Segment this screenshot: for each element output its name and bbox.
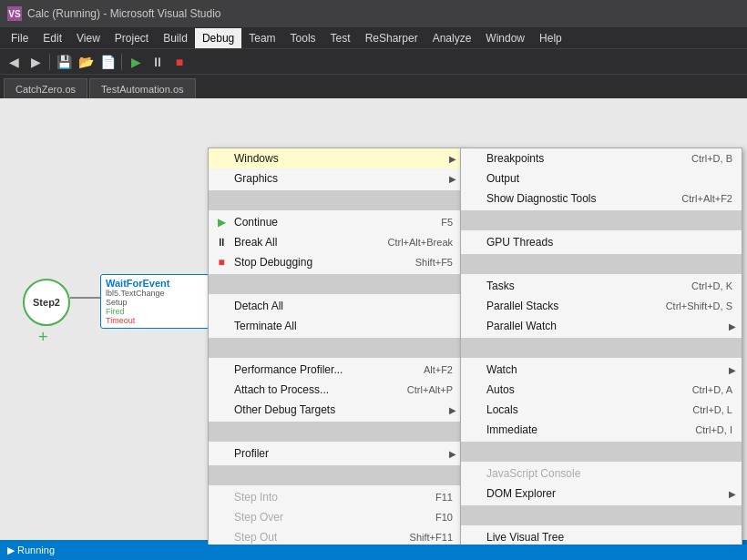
win-immediate[interactable]: Immediate Ctrl+D, I [461, 420, 742, 440]
debug-menu-detach[interactable]: Detach All [209, 296, 462, 316]
win-parallelstacks[interactable]: Parallel Stacks Ctrl+Shift+D, S [461, 296, 742, 316]
win-parallelstacks-shortcut: Ctrl+Shift+D, S [666, 300, 736, 311]
status-mode: ▶ Running [7, 545, 55, 556]
debug-sep2 [209, 274, 462, 294]
win-watch[interactable]: Watch ▶ [461, 360, 742, 380]
debug-menu-breakall[interactable]: ⏸ Break All Ctrl+Alt+Break [209, 232, 462, 252]
win-livevisualtree-label: Live Visual Tree [486, 531, 736, 544]
menu-edit[interactable]: Edit [36, 28, 69, 48]
menu-team[interactable]: Team [241, 28, 282, 48]
debug-graphics-arrow: ▶ [449, 174, 456, 184]
win-jsconsole-label: JavaScript Console [486, 467, 736, 480]
terminate-label: Terminate All [234, 320, 456, 332]
win-locals[interactable]: Locals Ctrl+D, L [461, 400, 742, 420]
stepover-shortcut: F10 [435, 512, 456, 523]
menu-project[interactable]: Project [107, 28, 156, 48]
debug-menu-stepover[interactable]: Step Over F10 [209, 507, 462, 527]
win-sep1 [461, 210, 742, 230]
win-sep3 [461, 338, 742, 358]
debug-menu-graphics[interactable]: Graphics ▶ [209, 168, 462, 188]
win-watch-arrow: ▶ [729, 365, 736, 375]
stepover-label: Step Over [234, 511, 435, 524]
win-tasks-shortcut: Ctrl+D, K [691, 280, 736, 291]
perf-shortcut: Alt+F2 [424, 364, 456, 375]
toolbar-forward[interactable]: ▶ [26, 52, 46, 72]
tab-testautomation-label: TestAutomation.os [101, 84, 184, 95]
debug-menu-perf[interactable]: Performance Profiler... Alt+F2 [209, 360, 462, 380]
toolbar-open[interactable]: 📂 [76, 52, 96, 72]
toolbar-save[interactable]: 💾 [54, 52, 74, 72]
debug-menu-othertargets[interactable]: Other Debug Targets ▶ [209, 400, 462, 420]
debug-windows-arrow: ▶ [449, 154, 456, 164]
debug-menu-profiler[interactable]: Profiler ▶ [209, 443, 462, 463]
stop-label: Stop Debugging [234, 256, 415, 269]
detach-label: Detach All [234, 300, 456, 312]
debug-menu-terminate[interactable]: Terminate All [209, 316, 462, 336]
win-livevisualtree[interactable]: Live Visual Tree [461, 527, 742, 545]
menu-debug[interactable]: Debug [195, 28, 241, 48]
tabs-bar: CatchZero.os TestAutomation.os [0, 75, 747, 98]
content-area: Step2 WaitForEvent lbl5.TextChange Setup… [0, 98, 747, 545]
toolbar-new[interactable]: 📄 [97, 52, 118, 72]
win-tasks[interactable]: Tasks Ctrl+D, K [461, 276, 742, 296]
debug-menu-stepinto[interactable]: Step Into F11 [209, 487, 462, 507]
vs-icon: VS [7, 6, 22, 21]
debug-sep4 [209, 422, 462, 442]
debug-menu-attach[interactable]: Attach to Process... Ctrl+Alt+P [209, 380, 462, 400]
win-output-label: Output [486, 172, 736, 185]
win-breakpoints[interactable]: Breakpoints Ctrl+D, B [461, 148, 742, 168]
win-autos[interactable]: Autos Ctrl+D, A [461, 380, 742, 400]
breakall-icon: ⏸ [212, 233, 230, 251]
win-domexplorer[interactable]: DOM Explorer ▶ [461, 484, 742, 504]
win-domexplorer-arrow: ▶ [729, 489, 736, 499]
toolbar-run[interactable]: ▶ [126, 52, 146, 72]
debug-sep1 [209, 190, 462, 210]
title-bar: VS Calc (Running) - Microsoft Visual Stu… [0, 0, 747, 27]
debug-menu-continue[interactable]: ▶ Continue F5 [209, 212, 462, 232]
win-gputhreads[interactable]: GPU Threads [461, 232, 742, 252]
menu-analyze[interactable]: Analyze [425, 28, 479, 48]
menu-build[interactable]: Build [156, 28, 195, 48]
win-parallelwatch[interactable]: Parallel Watch ▶ [461, 316, 742, 336]
debug-sep3 [209, 338, 462, 358]
win-parallelwatch-label: Parallel Watch [486, 320, 729, 332]
menu-tools[interactable]: Tools [283, 28, 323, 48]
win-locals-shortcut: Ctrl+D, L [692, 404, 736, 415]
stepout-label: Step Out [234, 531, 410, 544]
windows-submenu: Breakpoints Ctrl+D, B Output Show Diagno… [460, 148, 742, 545]
debug-menu-stop[interactable]: ■ Stop Debugging Shift+F5 [209, 252, 462, 272]
win-breakpoints-shortcut: Ctrl+D, B [691, 153, 736, 164]
win-tasks-label: Tasks [486, 280, 691, 292]
profiler-label: Profiler [234, 447, 449, 460]
breakall-shortcut: Ctrl+Alt+Break [387, 237, 456, 248]
debug-menu-windows[interactable]: Windows ▶ [209, 148, 462, 168]
tab-testautomation[interactable]: TestAutomation.os [89, 78, 196, 98]
stepinto-label: Step Into [234, 491, 435, 504]
win-locals-label: Locals [486, 403, 692, 416]
win-domexplorer-label: DOM Explorer [486, 487, 729, 500]
toolbar-stop[interactable]: ■ [169, 52, 189, 72]
win-diagtools-label: Show Diagnostic Tools [486, 192, 681, 205]
stop-shortcut: Shift+F5 [415, 257, 456, 268]
win-diagtools[interactable]: Show Diagnostic Tools Ctrl+Alt+F2 [461, 188, 742, 209]
win-output[interactable]: Output [461, 168, 742, 188]
menu-window[interactable]: Window [478, 28, 532, 48]
win-breakpoints-label: Breakpoints [486, 152, 691, 165]
menu-test[interactable]: Test [323, 28, 358, 48]
win-sep4 [461, 442, 742, 462]
win-parallelwatch-arrow: ▶ [729, 321, 736, 331]
menu-file[interactable]: File [4, 28, 36, 48]
toolbar-back[interactable]: ◀ [4, 52, 24, 72]
othertargets-label: Other Debug Targets [234, 403, 449, 416]
debug-menu-stepout[interactable]: Step Out Shift+F11 [209, 527, 462, 545]
menu-help[interactable]: Help [532, 28, 569, 48]
window-title: Calc (Running) - Microsoft Visual Studio [27, 7, 221, 20]
menu-resharper[interactable]: ReSharper [358, 28, 425, 48]
stop-icon: ■ [212, 253, 230, 271]
menu-view[interactable]: View [69, 28, 107, 48]
debug-sep5 [209, 465, 462, 485]
toolbar-pause[interactable]: ⏸ [148, 52, 168, 72]
win-jsconsole[interactable]: JavaScript Console [461, 463, 742, 484]
debug-menu: Windows ▶ Graphics ▶ ▶ Continue F5 ⏸ Bre… [208, 148, 463, 545]
tab-catchzero[interactable]: CatchZero.os [4, 78, 87, 98]
